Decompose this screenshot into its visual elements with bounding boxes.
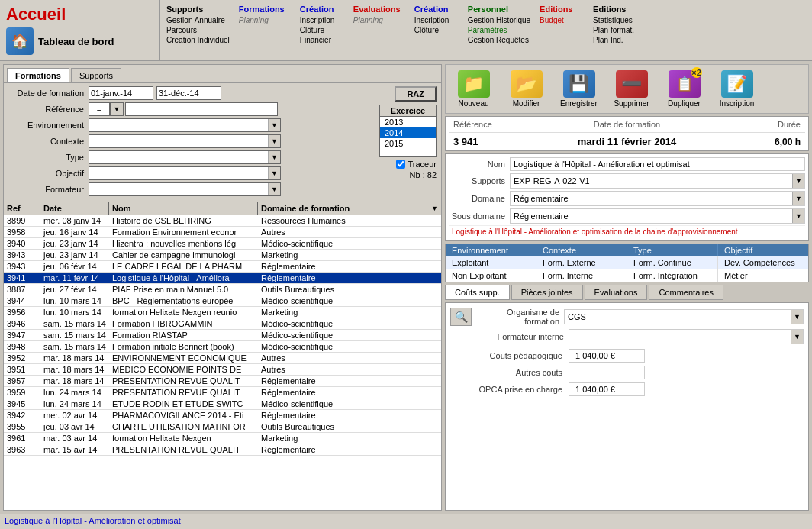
table-row[interactable]: 3959lun. 24 mars 14PRESENTATION REVUE QU… [4,387,441,398]
exercice-item-2014[interactable]: 2014 [380,127,436,138]
nav-item-parcours[interactable]: Parcours [166,25,230,35]
table-body[interactable]: 3899mer. 08 janv 14Histoire de CSL BEHRI… [4,215,441,510]
nav-header-creation1[interactable]: Création [300,3,344,15]
costs-formateur-arrow[interactable]: ▼ [791,330,803,344]
table-row[interactable]: 3887jeu. 27 févr 14PIAF Prise en main Ma… [4,284,441,295]
table-row[interactable]: 3951mar. 18 mars 14MEDICO ECONOMIE POINT… [4,364,441,376]
table-row[interactable]: 3947sam. 15 mars 14Formation RIASTAPMédi… [4,330,441,341]
btn-inscription[interactable]: 📝 Inscription [712,68,762,110]
th-date[interactable]: Date [40,202,109,215]
filter-date-from[interactable] [89,86,153,100]
th-ref[interactable]: Ref [4,202,40,215]
costs-organisme-arrow[interactable]: ▼ [791,310,803,324]
filter-ref-value[interactable] [125,102,278,116]
nav-item-statistiques[interactable]: Statistiques [593,15,645,25]
filter-env-value[interactable] [89,119,268,131]
nav-header-creation2[interactable]: Création [414,3,459,15]
filter-date-to[interactable] [156,86,221,100]
nav-item-budget[interactable]: Budget [540,15,584,25]
table-row[interactable]: 3941mar. 11 févr 14Logistique à l'Hôpita… [4,273,441,284]
btn-nouveau[interactable]: 📁 Nouveau [449,68,498,110]
nav-header-editions1[interactable]: Editions [540,3,584,15]
nav-item-planning1[interactable]: Planning [239,15,291,25]
form-supports-arrow[interactable]: ▼ [792,174,804,188]
form-value-sous-domaine[interactable]: Réglementaire [511,210,792,222]
costs-value-formateur[interactable] [569,335,791,338]
btn-dupliquer[interactable]: 📋×2 Dupliquer [659,68,709,110]
th-nom[interactable]: Nom [109,202,258,215]
form-value-domaine[interactable]: Réglementaire [511,192,792,205]
form-domaine-arrow[interactable]: ▼ [792,192,804,205]
costs-value-autres[interactable] [569,366,645,379]
form-value-nom[interactable]: Logistique à l'Hôpital - Amélioration et… [510,157,805,171]
search-icon[interactable]: 🔍 [450,308,472,326]
detail-tab-pieces[interactable]: Pièces jointes [511,285,583,300]
grid-row-2[interactable]: Non Exploitant Form. Interne Form. Intég… [446,269,808,282]
th-domaine[interactable]: Domaine de formation ▼ [258,202,441,215]
accueil-title[interactable]: Accueil [6,5,153,24]
grid-row-1[interactable]: Exploitant Form. Externe Form. Continue … [446,256,808,269]
table-row[interactable]: 3944lun. 10 mars 14BPC - Réglementations… [4,295,441,307]
nav-item-gestion-annuaire[interactable]: Gestion Annuaire [166,15,230,25]
nav-header-editions2[interactable]: Editions [593,3,645,15]
exercice-list[interactable]: 2013 2014 2015 [380,117,436,156]
table-row[interactable]: 3899mer. 08 janv 14Histoire de CSL BEHRI… [4,215,441,227]
exercice-item-2015[interactable]: 2015 [380,138,436,149]
form-sous-domaine-arrow[interactable]: ▼ [792,209,804,223]
nav-header-personnel[interactable]: Personnel [468,3,530,15]
traceur-checkbox[interactable] [396,160,405,169]
nav-col-formations: Formations Planning [234,2,295,59]
raz-button[interactable]: RAZ [395,86,437,102]
tab-formations[interactable]: Formations [7,68,69,82]
filter-formateur-arrow[interactable]: ▼ [268,183,280,195]
exercice-item-2013[interactable]: 2013 [380,117,436,127]
nav-header-evaluations[interactable]: Evaluations [353,3,405,15]
btn-modifier[interactable]: 📂 Modifier [501,68,551,110]
table-row[interactable]: 3958jeu. 16 janv 14Formation Environneme… [4,227,441,238]
nav-item-parametres[interactable]: Paramètres [468,25,530,35]
table-row[interactable]: 3943jeu. 23 janv 14Cahier de campagne im… [4,250,441,261]
nav-item-financier[interactable]: Financier [300,35,344,45]
form-value-supports[interactable]: EXP-REG-A-022-V1 [511,175,792,187]
detail-tab-evaluations[interactable]: Evaluations [585,285,648,300]
filter-ref-arrow[interactable]: ▼ [110,102,124,116]
filter-env-arrow[interactable]: ▼ [268,119,280,131]
nav-header-formations[interactable]: Formations [239,3,291,15]
nav-item-gestion-requetes[interactable]: Gestion Requêtes [468,35,530,45]
table-row[interactable]: 3963mar. 15 avr 14PRESENTATION REVUE QUA… [4,444,441,456]
nav-item-cloture2[interactable]: Clôture [414,25,459,35]
table-row[interactable]: 3961mar. 03 avr 14formation Helixate Nex… [4,433,441,444]
nav-item-inscription1[interactable]: Inscription [300,15,344,25]
btn-dupliquer-label: Dupliquer [668,99,701,108]
nav-header-supports[interactable]: Supports [166,3,230,15]
table-row[interactable]: 3942mer. 02 avr 14PHARMACOVIGILANCE 2014… [4,410,441,421]
detail-tab-commentaires[interactable]: Commentaires [649,285,723,300]
table-row[interactable]: 3940jeu. 23 janv 14Hizentra : nouvelles … [4,238,441,250]
nav-item-cloture1[interactable]: Clôture [300,25,344,35]
detail-tabs: Coûts supp. Pièces jointes Evaluations C… [445,285,809,300]
table-row[interactable]: 3943jeu. 06 févr 14LE CADRE LEGAL DE LA … [4,261,441,273]
btn-enregistrer[interactable]: 💾 Enregistrer [554,68,604,110]
filter-contexte-arrow[interactable]: ▼ [268,135,280,147]
btn-supprimer[interactable]: ➖ Supprimer [607,68,656,110]
nav-item-plan-format[interactable]: Plan format. [593,25,645,35]
tab-supports[interactable]: Supports [71,68,121,82]
nav-item-creation-individuel[interactable]: Creation Individuel [166,35,230,45]
filter-type-arrow[interactable]: ▼ [268,151,280,163]
table-row[interactable]: 3948sam. 15 mars 14Formation initiale Be… [4,341,441,353]
nav-item-inscription2[interactable]: Inscription [414,15,459,25]
table-row[interactable]: 3955jeu. 03 avr 14CHARTE UTILISATION MAT… [4,421,441,433]
filter-ref-eq[interactable] [89,102,110,116]
nav-item-planning2[interactable]: Planning [353,15,405,25]
table-row[interactable]: 3946sam. 15 mars 14Formation FIBROGAMMIN… [4,318,441,330]
detail-tab-couts[interactable]: Coûts supp. [445,285,510,300]
table-row[interactable]: 3945lun. 24 mars 14ETUDE RODIN ET ETUDE … [4,398,441,410]
filter-objectif-arrow[interactable]: ▼ [268,167,280,179]
nav-item-gestion-historique[interactable]: Gestion Historique [468,15,530,25]
table-row[interactable]: 3952mar. 18 mars 14ENVIRONNEMENT ECONOMI… [4,353,441,364]
nav-item-plan-ind[interactable]: Plan Ind. [593,35,645,45]
costs-value-organisme[interactable]: CGS [565,311,791,323]
table-row[interactable]: 3956lun. 10 mars 14formation Helixate Ne… [4,307,441,318]
th-domaine-arrow[interactable]: ▼ [431,205,438,212]
table-row[interactable]: 3957mar. 18 mars 14PRESENTATION REVUE QU… [4,376,441,387]
